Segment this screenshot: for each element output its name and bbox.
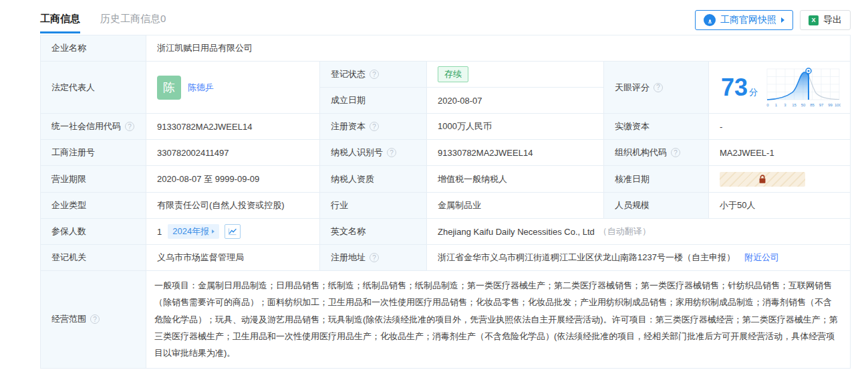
- chevron-right-icon: [781, 17, 784, 23]
- paid-capital-label-cell: 实缴资本: [604, 114, 709, 140]
- approval-date-value-cell: [709, 166, 851, 193]
- business-scope-label-cell: 经营范围: [41, 271, 146, 369]
- company-name-value: 浙江凯赋日用品有限公司: [157, 42, 253, 54]
- staff-size-value-cell: 小于50人: [709, 193, 851, 219]
- tab-history-business-info[interactable]: 历史工商信息0: [100, 13, 166, 33]
- reg-authority-value-cell: 义乌市市场监督管理局: [146, 245, 320, 271]
- company-name-value-cell: 浙江凯赋日用品有限公司: [146, 35, 851, 62]
- reg-address-label: 注册地址: [331, 252, 366, 264]
- org-code-value: MA2JWEEL-1: [720, 148, 774, 158]
- legal-rep-label: 法定代表人: [51, 82, 95, 94]
- legal-rep-value-cell: 陈 陈德乒: [146, 62, 320, 114]
- lock-icon: [757, 174, 768, 184]
- locked-value-placeholder[interactable]: [720, 172, 805, 187]
- help-icon[interactable]: [654, 83, 663, 92]
- stamp-icon: [704, 14, 716, 26]
- taxpayer-quality-label-cell: 纳税人资质: [320, 166, 427, 193]
- help-icon[interactable]: [370, 253, 379, 262]
- reg-authority-label-cell: 登记机关: [41, 245, 146, 271]
- trend-chart-button[interactable]: [225, 224, 241, 239]
- paid-capital-value-cell: -: [709, 114, 851, 140]
- company-type-label-cell: 企业类型: [41, 193, 146, 219]
- svg-text:97: 97: [819, 103, 824, 107]
- nearby-companies-link[interactable]: 附近公司: [744, 252, 779, 264]
- org-code-value-cell: MA2JWEEL-1: [709, 140, 851, 166]
- tianyan-score-label-cell: 天眼评分: [604, 62, 709, 114]
- staff-size-label: 人员规模: [615, 199, 649, 211]
- reg-capital-value: 1000万人民币: [438, 120, 492, 132]
- score-value: 73: [721, 76, 748, 100]
- header: 工商信息 历史工商信息0 工商官网快照 导出: [40, 7, 851, 33]
- official-snapshot-button[interactable]: 工商官网快照: [695, 10, 793, 30]
- svg-text:3: 3: [784, 103, 786, 107]
- english-name-label-cell: 英文名称: [320, 219, 427, 245]
- insured-count-label-cell: 参保人数: [41, 219, 146, 245]
- help-icon[interactable]: [370, 70, 379, 79]
- paid-capital-label: 实缴资本: [615, 120, 649, 132]
- company-type-value: 有限责任公司(自然人投资或控股): [157, 199, 285, 211]
- legal-rep-avatar: 陈: [157, 76, 181, 100]
- company-type-label: 企业类型: [51, 199, 86, 211]
- tianyan-score-cell: 73 分: [709, 62, 851, 114]
- insured-count-label: 参保人数: [51, 225, 86, 238]
- business-term-label: 营业期限: [51, 173, 86, 185]
- official-snapshot-label: 工商官网快照: [720, 14, 776, 26]
- approval-date-label: 核准日期: [615, 173, 649, 185]
- tab-business-info[interactable]: 工商信息: [40, 13, 80, 33]
- tab-bar: 工商信息 历史工商信息0: [40, 13, 166, 33]
- reg-status-label: 登记状态: [331, 68, 366, 80]
- industry-value: 金属制品业: [438, 199, 481, 211]
- reg-authority-label: 登记机关: [51, 252, 86, 264]
- taxpayer-quality-label: 纳税人资质: [331, 173, 374, 185]
- paid-capital-value: -: [720, 122, 722, 132]
- line-chart-icon: [227, 227, 238, 236]
- help-icon[interactable]: [90, 314, 100, 324]
- reg-address-value: 浙江省金华市义乌市稠江街道稠江工业区伏龙山南路1237号一楼（自主申报）: [438, 252, 735, 264]
- business-term-value: 2020-08-07 至 9999-09-09: [157, 173, 259, 185]
- reg-address-value-cell: 浙江省金华市义乌市稠江街道稠江工业区伏龙山南路1237号一楼（自主申报） 附近公…: [427, 245, 851, 271]
- business-info-table: 企业名称 浙江凯赋日用品有限公司 法定代表人 陈 陈德乒 登记状态 存续 天眼评…: [40, 35, 851, 369]
- insured-count-value: 1: [157, 227, 162, 237]
- reg-status-label-cell: 登记状态: [320, 62, 427, 88]
- business-scope-value: 一般项目：金属制日用品制造；日用品销售；纸制造；纸制品销售；纸制品制造；第一类医…: [154, 277, 839, 362]
- insured-count-value-cell: 1 2024年报: [146, 219, 320, 245]
- english-name-label: 英文名称: [331, 225, 366, 238]
- excel-icon: [809, 15, 819, 25]
- reg-number-label-cell: 工商注册号: [41, 140, 146, 166]
- svg-text:100: 100: [835, 103, 841, 107]
- credit-code-label-cell: 统一社会信用代码: [41, 114, 146, 140]
- svg-text:50: 50: [801, 103, 806, 107]
- annual-report-badge[interactable]: 2024年报: [168, 224, 219, 239]
- reg-number-value-cell: 330782002411497: [146, 140, 320, 166]
- svg-text:0: 0: [766, 103, 769, 107]
- status-badge: 存续: [438, 66, 468, 82]
- taxpayer-id-value: 91330782MA2JWEEL14: [438, 148, 533, 158]
- svg-text:85: 85: [810, 103, 815, 107]
- company-type-value-cell: 有限责任公司(自然人投资或控股): [146, 193, 320, 219]
- reg-number-label: 工商注册号: [51, 147, 95, 159]
- taxpayer-id-value-cell: 91330782MA2JWEEL14: [427, 140, 604, 166]
- reg-capital-value-cell: 1000万人民币: [427, 114, 604, 140]
- header-buttons: 工商官网快照 导出: [695, 10, 851, 30]
- help-icon[interactable]: [370, 122, 379, 131]
- export-button[interactable]: 导出: [800, 10, 851, 30]
- auto-translate-note: （自动翻译）: [599, 225, 651, 238]
- help-icon[interactable]: [125, 122, 134, 131]
- reg-capital-label-cell: 注册资本: [320, 114, 427, 140]
- establish-date-label-cell: 成立日期: [320, 88, 427, 114]
- english-name-value-cell: Zhejiang Kaifu Daily Necessities Co., Lt…: [427, 219, 851, 245]
- export-label: 导出: [823, 14, 842, 26]
- reg-authority-value: 义乌市市场监督管理局: [157, 252, 244, 264]
- business-scope-value-cell: 一般项目：金属制日用品制造；日用品销售；纸制造；纸制品销售；纸制品制造；第一类医…: [146, 271, 851, 369]
- org-code-label-cell: 组织机构代码: [604, 140, 709, 166]
- svg-text:1: 1: [775, 103, 778, 107]
- credit-code-label: 统一社会信用代码: [51, 120, 121, 132]
- score-unit: 分: [749, 86, 758, 98]
- reg-address-label-cell: 注册地址: [320, 245, 427, 271]
- help-icon[interactable]: [671, 148, 680, 157]
- help-icon[interactable]: [387, 148, 396, 157]
- approval-date-label-cell: 核准日期: [604, 166, 709, 193]
- legal-rep-name-link[interactable]: 陈德乒: [188, 82, 214, 94]
- industry-label: 行业: [331, 199, 348, 211]
- establish-date-label: 成立日期: [331, 94, 366, 106]
